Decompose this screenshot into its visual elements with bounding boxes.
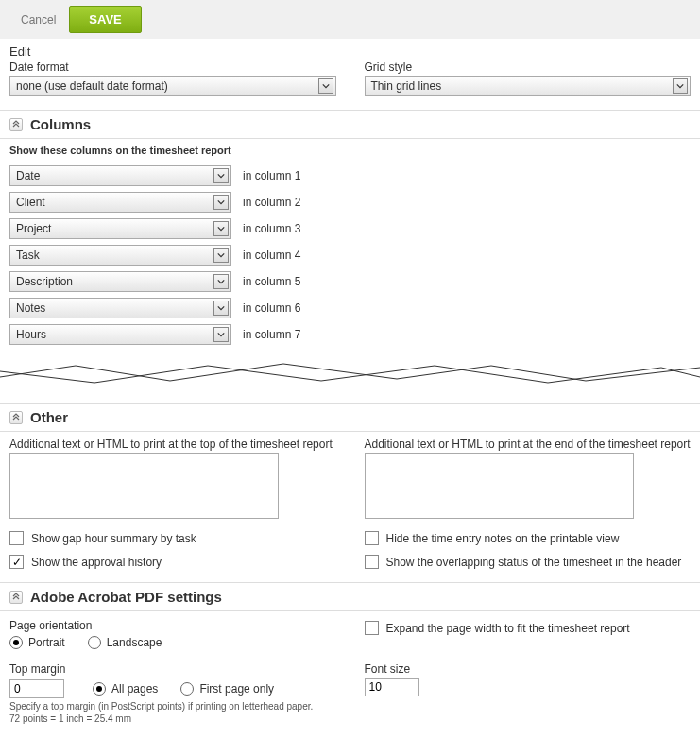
- save-button[interactable]: SAVE: [69, 6, 141, 33]
- page-title: Edit: [9, 44, 691, 59]
- expand-checkbox[interactable]: [365, 621, 379, 635]
- all-pages-label: All pages: [111, 682, 158, 696]
- column-position-text: in column 1: [243, 169, 300, 182]
- collapse-icon[interactable]: [9, 591, 23, 604]
- column-select-5[interactable]: Description: [9, 271, 231, 292]
- column-position-text: in column 3: [243, 222, 300, 235]
- chevron-down-icon: [673, 78, 688, 94]
- first-page-label: First page only: [199, 682, 274, 696]
- end-html-label: Additional text or HTML to print at the …: [365, 438, 691, 451]
- column-row: Clientin column 2: [9, 192, 691, 213]
- column-row: Taskin column 4: [9, 245, 691, 266]
- column-position-text: in column 4: [243, 249, 300, 262]
- column-position-text: in column 6: [243, 301, 300, 315]
- chevron-down-icon: [213, 301, 229, 316]
- column-select-3[interactable]: Project: [9, 218, 231, 239]
- pdf-title: Adobe Acrobat PDF settings: [30, 589, 222, 605]
- column-select-2[interactable]: Client: [9, 192, 231, 213]
- overlap-label: Show the overlapping status of the times…: [386, 556, 682, 569]
- font-size-label: Font size: [365, 662, 691, 676]
- landscape-radio[interactable]: [88, 636, 101, 649]
- chevron-down-icon: [213, 248, 229, 263]
- top-bar: Cancel SAVE: [0, 0, 700, 39]
- column-value: Hours: [16, 328, 46, 341]
- grid-style-select[interactable]: Thin grid lines: [365, 76, 691, 96]
- column-value: Task: [16, 249, 40, 262]
- column-value: Notes: [16, 301, 45, 315]
- content-break-icon: [0, 360, 700, 387]
- column-select-1[interactable]: Date: [9, 165, 231, 186]
- top-margin-input[interactable]: [9, 679, 64, 698]
- gap-checkbox[interactable]: [9, 531, 24, 545]
- portrait-radio[interactable]: [9, 636, 23, 649]
- date-format-value: none (use default date format): [16, 79, 168, 93]
- overlap-checkbox[interactable]: [365, 555, 379, 569]
- hide-notes-checkbox[interactable]: [365, 531, 379, 545]
- column-row: Projectin column 3: [9, 218, 691, 239]
- other-header: Other: [0, 403, 700, 432]
- column-position-text: in column 7: [243, 328, 300, 341]
- column-value: Date: [16, 169, 40, 182]
- expand-label: Expand the page width to fit the timeshe…: [386, 622, 630, 635]
- column-select-6[interactable]: Notes: [9, 298, 231, 318]
- approval-checkbox[interactable]: [9, 555, 24, 569]
- columns-header: Columns: [0, 110, 700, 139]
- all-pages-radio[interactable]: [93, 682, 106, 696]
- top-html-label: Additional text or HTML to print at the …: [9, 438, 336, 451]
- column-select-7[interactable]: Hours: [9, 324, 231, 345]
- column-row: Datein column 1: [9, 165, 691, 186]
- column-row: Descriptionin column 5: [9, 271, 691, 292]
- orientation-label: Page orientation: [9, 619, 336, 632]
- margin-hint: Specify a top margin (in PostScript poin…: [9, 700, 336, 725]
- grid-style-label: Grid style: [365, 60, 691, 74]
- chevron-down-icon: [213, 168, 229, 183]
- collapse-icon[interactable]: [9, 411, 23, 424]
- first-page-radio[interactable]: [180, 682, 194, 696]
- column-position-text: in column 2: [243, 196, 300, 209]
- columns-help: Show these columns on the timesheet repo…: [9, 145, 691, 156]
- chevron-down-icon: [213, 195, 229, 210]
- column-row: Hoursin column 7: [9, 324, 691, 345]
- column-row: Notesin column 6: [9, 298, 691, 318]
- chevron-down-icon: [318, 78, 333, 94]
- columns-title: Columns: [30, 116, 91, 132]
- end-html-textarea[interactable]: [365, 453, 634, 519]
- column-value: Project: [16, 222, 51, 235]
- cancel-link[interactable]: Cancel: [21, 13, 56, 26]
- portrait-label: Portrait: [28, 636, 65, 649]
- pdf-header: Adobe Acrobat PDF settings: [0, 582, 700, 611]
- gap-label: Show gap hour summary by task: [31, 532, 196, 545]
- top-margin-label: Top margin: [9, 662, 336, 676]
- column-select-4[interactable]: Task: [9, 245, 231, 266]
- chevron-down-icon: [213, 327, 229, 342]
- hide-notes-label: Hide the time entry notes on the printab…: [386, 532, 620, 545]
- grid-style-value: Thin grid lines: [371, 79, 442, 93]
- landscape-label: Landscape: [107, 636, 162, 649]
- approval-label: Show the approval history: [31, 556, 162, 569]
- date-format-select[interactable]: none (use default date format): [9, 76, 336, 96]
- column-value: Description: [16, 275, 73, 288]
- column-value: Client: [16, 196, 45, 209]
- chevron-down-icon: [213, 274, 229, 289]
- chevron-down-icon: [213, 221, 229, 236]
- column-position-text: in column 5: [243, 275, 300, 288]
- date-format-label: Date format: [9, 60, 336, 74]
- other-title: Other: [30, 409, 68, 425]
- top-html-textarea[interactable]: [9, 453, 279, 519]
- font-size-input[interactable]: [365, 678, 419, 696]
- collapse-icon[interactable]: [9, 118, 23, 131]
